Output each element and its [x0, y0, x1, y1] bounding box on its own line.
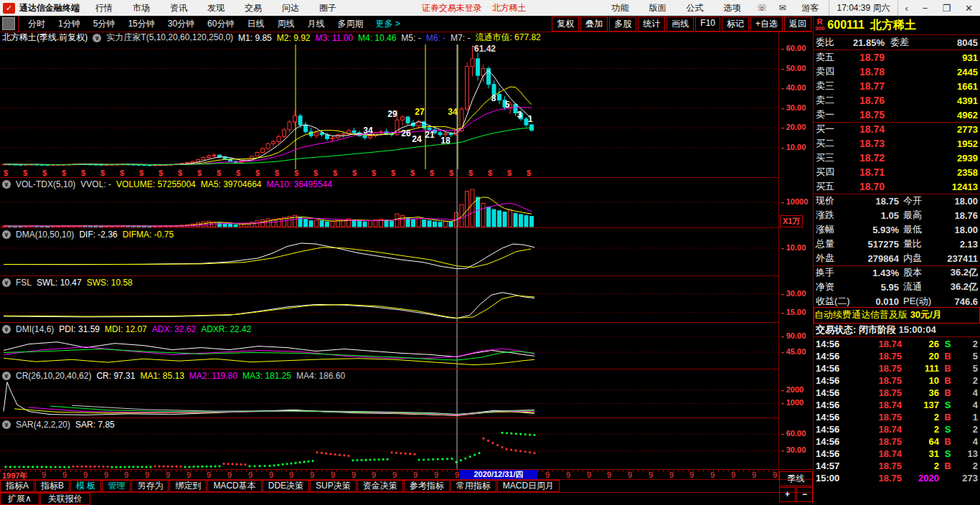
minimize-button[interactable]: − [915, 3, 936, 14]
info-row: 总量517275量比2.13 [814, 237, 980, 251]
info-value: 18.75 [834, 196, 899, 207]
tick-time: 14:56 [816, 387, 846, 398]
tool-返回[interactable]: 返回 [784, 16, 811, 32]
ask-row[interactable]: 卖二18.764391 [814, 93, 980, 108]
dma-panel-header: ∨DMA(10,50,10)DIF: -2.36DIFMA: -0.75 [2, 229, 179, 240]
collapse-chevron-icon[interactable]: ∨ [93, 34, 101, 42]
weibi-label: 委比 [816, 36, 834, 49]
bid-row[interactable]: 买四18.712358 [814, 165, 980, 179]
tick-side: B [939, 375, 956, 386]
depth-volume: 1952 [885, 138, 978, 149]
info-row: 现价18.75今开18.00 [814, 194, 980, 208]
depth-volume: 1661 [885, 81, 978, 92]
promo-banner[interactable]: 自动续费通达信普及版 30元/月 [814, 307, 980, 324]
status-扩展∧[interactable]: 扩展∧ [0, 493, 39, 505]
header-value: FSL [16, 278, 32, 288]
tick-count: 4 [956, 400, 978, 410]
svg-text:24: 24 [412, 134, 422, 144]
tick-volume: 2 [902, 424, 939, 435]
tab-绑定到[interactable]: 绑定到 [169, 480, 207, 492]
weicha-value: 8045 [909, 37, 978, 48]
collapse-chevron-icon[interactable]: ∨ [2, 180, 11, 189]
tab-管理[interactable]: 管理 [102, 480, 131, 492]
user-account[interactable]: 游客 [791, 2, 829, 14]
tab-MACD基本[interactable]: MACD基本 [207, 480, 261, 492]
tick-price: 18.75 [846, 473, 902, 483]
ask-row[interactable]: 卖四18.782445 [814, 65, 980, 79]
restore-button[interactable]: ❐ [935, 3, 958, 14]
info-label: 最高 [903, 209, 933, 222]
info-value: 36.2亿 [933, 266, 978, 279]
axis-label: 1000 [781, 398, 804, 407]
depth-volume: 4962 [885, 110, 978, 121]
depth-label: 买二 [816, 137, 834, 150]
tab-MACD日周月[interactable]: MACD日周月 [497, 480, 560, 492]
tick-side: B [939, 363, 956, 374]
axis-label: 30.00 [781, 445, 806, 454]
tab-指标A[interactable]: 指标A [0, 480, 34, 492]
tab-SUP决策[interactable]: SUP决策 [310, 480, 357, 492]
tick-volume: 64 [902, 436, 939, 447]
header-value: SWL: 10.47 [37, 278, 82, 288]
tab-常用指标[interactable]: 常用指标 [451, 480, 496, 492]
status-关联报价[interactable]: 关联报价 [40, 493, 90, 505]
depth-volume: 931 [885, 52, 978, 63]
chart-canvas[interactable]: $$$$$$$$$$$$$$$$$$$$$$$$$$$$342926242118… [0, 0, 778, 479]
tick-count: 5 [956, 351, 978, 362]
depth-label: 买一 [816, 123, 834, 136]
tick-count: 2 [956, 424, 978, 435]
tab-指标B[interactable]: 指标B [35, 480, 70, 492]
svg-text:$: $ [81, 169, 85, 177]
back-button[interactable]: ‹ [898, 3, 915, 14]
depth-label: 卖一 [816, 108, 834, 121]
bid-row[interactable]: 买五18.7012413 [814, 179, 980, 194]
tab-DDE决策[interactable]: DDE决策 [263, 480, 309, 492]
collapse-chevron-icon[interactable]: ∨ [2, 230, 11, 239]
ask-row[interactable]: 卖一18.754962 [814, 108, 980, 122]
tick-volume: 31 [902, 448, 939, 459]
timeline-axis[interactable]: 1997年99999999999999999999999999999999920… [0, 470, 778, 479]
depth-volume: 4391 [885, 95, 978, 106]
info-label: PE(动) [903, 295, 933, 308]
ask-row[interactable]: 卖五18.79931 [814, 50, 980, 65]
collapse-chevron-icon[interactable]: ∨ [2, 372, 11, 380]
bid-row[interactable]: 买三18.722939 [814, 151, 980, 165]
tab-资金决策[interactable]: 资金决策 [357, 480, 403, 492]
close-button[interactable]: ✕ [958, 3, 980, 14]
depth-price: 18.79 [834, 52, 885, 63]
timeline-tick-label: 9 [731, 471, 735, 479]
header-value: MA5: 39704664 [201, 179, 262, 189]
depth-label: 卖四 [816, 65, 834, 78]
bid-row[interactable]: 买二18.731952 [814, 136, 980, 151]
tick-row: 14:5618.74137S4 [814, 399, 980, 411]
header-value: M4: 10.46 [358, 33, 396, 43]
depth-price: 18.74 [834, 123, 885, 135]
header-value: CR(26,10,20,40,62) [16, 371, 91, 381]
collapse-chevron-icon[interactable]: ∨ [2, 420, 11, 429]
ask-row[interactable]: 卖三18.771661 [814, 79, 980, 93]
tab-参考指标[interactable]: 参考指标 [404, 480, 450, 492]
svg-text:$: $ [430, 169, 434, 177]
info-value: 5.95 [834, 282, 899, 293]
tick-volume: 20 [902, 351, 939, 362]
tick-time: 14:56 [816, 436, 846, 447]
axis-label: 10.00 [781, 243, 806, 252]
axis-label: 20.00 [781, 123, 806, 131]
svg-text:$: $ [333, 169, 337, 177]
tick-list[interactable]: 14:5618.7426S214:5618.7520B514:5618.7511… [814, 338, 980, 484]
volume-unit-label: X1万 [780, 215, 803, 227]
tdx-terminal-window: ✓ 通达信金融终端 行情市场资讯发现交易问达圈子 证券交易未登录 北方稀土 功能… [0, 0, 980, 505]
collapse-chevron-icon[interactable]: ∨ [2, 325, 11, 334]
timeline-tick-label: 9 [269, 471, 273, 479]
timeline-tick-label: 9 [331, 471, 335, 479]
quote-title: R300 600111 北方稀土 [814, 16, 980, 34]
bid-row[interactable]: 买一18.742773 [814, 122, 980, 136]
tab-模板[interactable]: 模 板 [70, 480, 101, 492]
tick-time: 14:56 [816, 412, 846, 423]
window-controls: ‹−❐✕ [898, 3, 980, 14]
tick-side: B [939, 351, 956, 362]
collapse-chevron-icon[interactable]: ∨ [2, 278, 11, 287]
tick-price: 18.74 [846, 448, 902, 459]
tick-volume: 137 [902, 400, 939, 410]
tab-另存为[interactable]: 另存为 [131, 480, 169, 492]
